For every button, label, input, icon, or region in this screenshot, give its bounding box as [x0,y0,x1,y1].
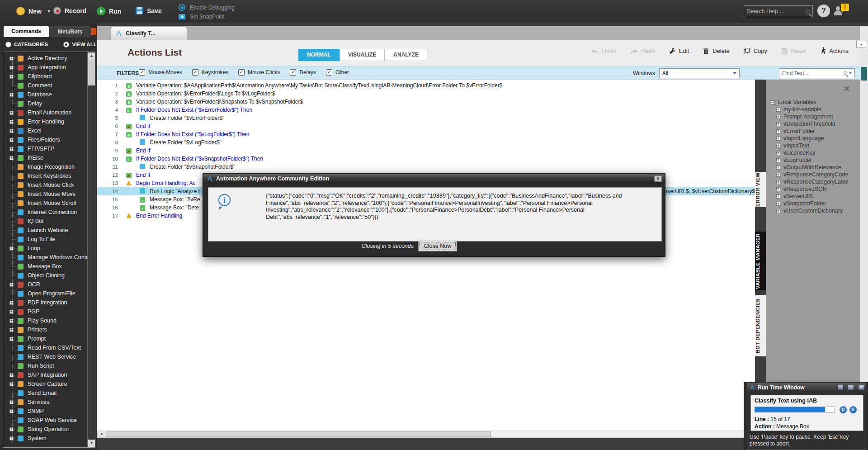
command-item-pdf-integration[interactable]: PDF Integration [3,298,87,307]
expand-icon[interactable] [776,151,780,155]
variable-item-vdetectionthreshold[interactable]: vDetectionThreshold [776,120,849,128]
delete-button[interactable]: Delete [703,47,730,55]
expand-icon[interactable] [9,301,14,305]
variable-item-vresponsecategorycode[interactable]: vResponseCategoryCode [776,171,849,178]
action-row[interactable]: 9End If [97,147,755,155]
command-item-iq-bot[interactable]: IQ Bot [3,217,87,226]
command-item-play-sound[interactable]: Play Sound [3,316,87,325]
checkbox-icon[interactable] [290,69,296,76]
maximize-icon[interactable]: □ [848,385,854,390]
window-scroll-thumb[interactable] [861,67,867,81]
action-row[interactable]: 4If Folder Does Not Exist ("$vErrorFolde… [97,106,755,114]
run-button[interactable]: Run [97,7,121,15]
command-item-open-program-file[interactable]: Open Program/File [3,289,87,298]
command-item-active-directory[interactable]: Active Directory [3,54,87,63]
expand-icon[interactable] [9,319,14,323]
pause-button[interactable] [840,406,847,413]
variable-item-vresponsejson[interactable]: vResponseJSON [776,185,849,193]
view-mode-button-normal[interactable]: NORMAL [298,49,340,61]
action-row[interactable]: 2Variable Operation: $vErrorFolder$\Logs… [97,90,755,98]
expand-icon[interactable] [9,409,14,413]
variable-item-vsnapshotfolder[interactable]: vSnapshotFolder [776,200,849,207]
expand-icon[interactable] [9,156,14,160]
enable-debugging-button[interactable]: Enable Debugging [179,4,235,11]
scroll-left-icon[interactable]: ◄ [98,431,105,437]
sidebar-scrollbar[interactable]: ▲ ▼ [87,52,95,447]
variable-item-vlicensekey[interactable]: vLicenseKey [776,149,849,156]
command-item-database[interactable]: Database [3,90,87,99]
command-item-delay[interactable]: Delay [3,99,87,108]
runtime-titlebar[interactable]: Run Time Window — □ ✕ [747,383,866,392]
expand-icon[interactable] [9,120,14,124]
stop-button[interactable]: ✕ [849,406,857,413]
command-item-services[interactable]: Services [3,398,87,407]
expand-icon[interactable] [9,427,14,431]
variable-item-vlogfolder[interactable]: vLogFolder [776,156,849,164]
side-panel-tab-error-view[interactable]: ERROR VIEW [755,172,766,207]
side-panel-tab-variable-manager[interactable]: VARIABLE MANAGER [755,232,766,290]
windows-dropdown[interactable]: All [659,68,740,78]
expand-icon[interactable] [9,436,14,441]
expand-icon[interactable] [776,180,780,184]
command-item-object-cloning[interactable]: Object Cloning [3,271,87,280]
variable-item-vserverurl[interactable]: vServerURL [776,193,849,200]
checkbox-icon[interactable] [192,69,198,76]
collapse-icon[interactable] [771,100,775,104]
view-mode-button-visualize[interactable]: VISUALIZE [340,49,385,61]
close-now-button[interactable]: Close Now [418,241,457,251]
filter-checkbox-keystrokes[interactable]: Keystrokes [192,69,228,76]
find-text-input[interactable] [782,70,842,76]
action-row[interactable]: 11Create Folder "$vSnapshotFolder$" [97,163,755,171]
command-item-insert-mouse-click[interactable]: Insert Mouse Click [3,180,87,189]
command-item-rest-web-service[interactable]: REST Web Service [3,352,87,361]
filter-checkbox-mouse-moves[interactable]: Mouse Moves [139,69,182,76]
variable-item-vresponsecategorylabel[interactable]: vResponseCategoryLabel [776,178,849,185]
expand-icon[interactable] [9,283,14,287]
variable-item-voutputwithrelevance[interactable]: vOutputWithRelevance [776,164,849,171]
expand-icon[interactable] [9,66,14,70]
expand-icon[interactable] [776,122,780,126]
paste-button[interactable]: Paste [781,47,806,55]
action-row[interactable]: 7If Folder Does Not Exist ("$vLogFolder$… [97,130,755,138]
command-item-printers[interactable]: Printers [3,325,87,334]
expand-icon[interactable] [776,158,780,162]
redo-button[interactable]: Redo [630,47,655,54]
h-scroll-thumb[interactable] [106,431,491,437]
side-panel-tab-bot-dependencies[interactable]: BOT DEPENDENCIES [755,295,766,356]
notification-button[interactable]: ! [833,4,851,19]
action-row[interactable]: 10If Folder Does Not Exist ("$vSnapshotF… [97,155,755,163]
expand-icon[interactable] [776,137,780,141]
command-item-internet-connection[interactable]: Internet Connection [3,208,87,217]
new-dropdown-icon[interactable]: ▼ [47,9,51,14]
view-mode-button-analyze[interactable]: ANALYZE [385,49,427,61]
variable-item-vinputtext[interactable]: vInputText [776,142,849,149]
command-item-insert-mouse-move[interactable]: Insert Mouse Move [3,189,87,199]
command-item-files-folders[interactable]: Files/Folders [3,135,87,144]
edit-button[interactable]: Edit [669,47,689,55]
checkbox-icon[interactable] [139,69,145,76]
expand-icon[interactable] [9,138,14,142]
command-item-read-from-csv-text[interactable]: Read From CSV/Text [3,343,87,352]
dialog-close-icon[interactable]: ✕ [654,175,662,182]
tab-metabots[interactable]: MetaBots [50,26,90,37]
new-button[interactable]: New ▼ [16,7,51,15]
command-item-send-email[interactable]: Send Email [3,388,87,398]
minimize-icon[interactable]: — [837,385,844,390]
actions-button[interactable]: Actions [819,47,849,55]
filter-checkbox-mouse-clicks[interactable]: Mouse Clicks [238,69,280,76]
command-item-ftp-sftp[interactable]: FTP/SFTP [3,144,87,153]
expand-icon[interactable] [9,400,14,404]
expand-icon[interactable] [9,57,14,61]
copy-button[interactable]: Copy [743,47,767,55]
horizontal-scrollbar[interactable]: ◄ [97,431,755,438]
expand-icon[interactable] [9,111,14,115]
command-item-manage-windows-controls[interactable]: Manage Windows Controls [3,253,87,262]
scroll-up-icon[interactable]: ▲ [88,52,95,60]
expand-icon[interactable] [9,328,14,332]
checkbox-icon[interactable] [326,69,332,76]
action-row[interactable]: 8Create Folder "$vLogFolder$" [97,138,755,147]
expand-icon[interactable] [776,173,780,177]
command-item-string-operation[interactable]: String Operation [3,425,87,434]
expand-icon[interactable] [9,246,14,251]
expand-icon[interactable] [776,115,780,119]
